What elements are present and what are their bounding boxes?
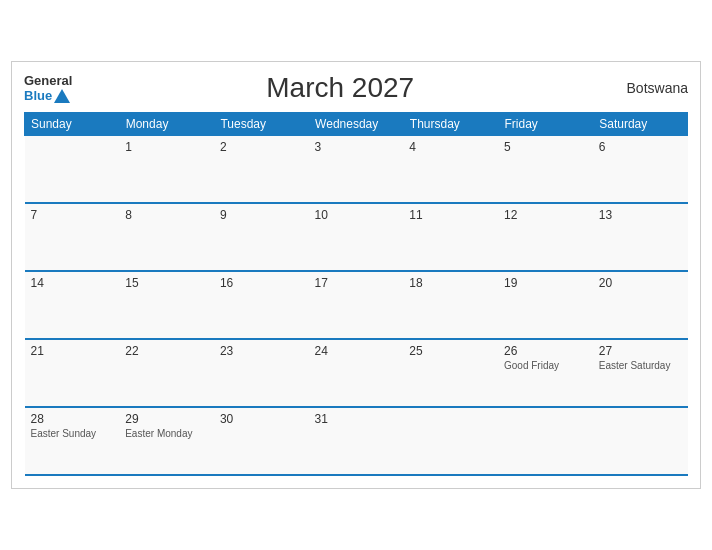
calendar-container: General Blue March 2027 Botswana Sunday … (11, 61, 701, 490)
calendar-cell: 19 (498, 271, 593, 339)
calendar-cell: 11 (403, 203, 498, 271)
day-number: 1 (125, 140, 208, 154)
calendar-header: General Blue March 2027 Botswana (24, 72, 688, 104)
calendar-cell: 18 (403, 271, 498, 339)
calendar-cell: 16 (214, 271, 309, 339)
logo-blue-text: Blue (24, 88, 70, 103)
calendar-cell: 27Easter Saturday (593, 339, 688, 407)
calendar-cell: 4 (403, 135, 498, 203)
calendar-cell (593, 407, 688, 475)
day-number: 24 (315, 344, 398, 358)
col-tuesday: Tuesday (214, 112, 309, 135)
calendar-cell: 2 (214, 135, 309, 203)
calendar-cell: 30 (214, 407, 309, 475)
day-number: 12 (504, 208, 587, 222)
calendar-header-row: Sunday Monday Tuesday Wednesday Thursday… (25, 112, 688, 135)
calendar-cell: 24 (309, 339, 404, 407)
day-number: 18 (409, 276, 492, 290)
calendar-cell: 9 (214, 203, 309, 271)
day-number: 2 (220, 140, 303, 154)
holiday-label: Easter Sunday (31, 428, 114, 439)
calendar-country: Botswana (608, 80, 688, 96)
day-number: 23 (220, 344, 303, 358)
calendar-cell: 3 (309, 135, 404, 203)
col-monday: Monday (119, 112, 214, 135)
day-number: 29 (125, 412, 208, 426)
day-number: 20 (599, 276, 682, 290)
col-sunday: Sunday (25, 112, 120, 135)
calendar-cell: 23 (214, 339, 309, 407)
logo: General Blue (24, 73, 72, 103)
calendar-cell: 22 (119, 339, 214, 407)
calendar-cell: 31 (309, 407, 404, 475)
day-number: 11 (409, 208, 492, 222)
calendar-cell: 21 (25, 339, 120, 407)
day-number: 5 (504, 140, 587, 154)
calendar-cell: 20 (593, 271, 688, 339)
calendar-cell: 12 (498, 203, 593, 271)
day-number: 13 (599, 208, 682, 222)
day-number: 30 (220, 412, 303, 426)
calendar-table: Sunday Monday Tuesday Wednesday Thursday… (24, 112, 688, 477)
holiday-label: Good Friday (504, 360, 587, 371)
calendar-cell: 25 (403, 339, 498, 407)
day-number: 10 (315, 208, 398, 222)
calendar-cell (403, 407, 498, 475)
calendar-week-row: 212223242526Good Friday27Easter Saturday (25, 339, 688, 407)
calendar-week-row: 78910111213 (25, 203, 688, 271)
day-number: 4 (409, 140, 492, 154)
holiday-label: Easter Saturday (599, 360, 682, 371)
col-friday: Friday (498, 112, 593, 135)
day-number: 7 (31, 208, 114, 222)
calendar-cell: 8 (119, 203, 214, 271)
calendar-week-row: 123456 (25, 135, 688, 203)
day-number: 26 (504, 344, 587, 358)
calendar-week-row: 14151617181920 (25, 271, 688, 339)
logo-general-text: General (24, 73, 72, 88)
calendar-cell: 28Easter Sunday (25, 407, 120, 475)
day-number: 14 (31, 276, 114, 290)
day-number: 22 (125, 344, 208, 358)
calendar-cell: 7 (25, 203, 120, 271)
col-thursday: Thursday (403, 112, 498, 135)
col-saturday: Saturday (593, 112, 688, 135)
day-number: 28 (31, 412, 114, 426)
day-number: 9 (220, 208, 303, 222)
calendar-cell: 26Good Friday (498, 339, 593, 407)
day-number: 8 (125, 208, 208, 222)
calendar-cell: 14 (25, 271, 120, 339)
calendar-cell: 1 (119, 135, 214, 203)
day-number: 16 (220, 276, 303, 290)
logo-triangle-icon (54, 89, 70, 103)
day-number: 3 (315, 140, 398, 154)
calendar-cell: 13 (593, 203, 688, 271)
calendar-title: March 2027 (72, 72, 608, 104)
calendar-cell: 29Easter Monday (119, 407, 214, 475)
calendar-week-row: 28Easter Sunday29Easter Monday3031 (25, 407, 688, 475)
calendar-cell: 6 (593, 135, 688, 203)
day-number: 17 (315, 276, 398, 290)
day-number: 15 (125, 276, 208, 290)
calendar-cell (498, 407, 593, 475)
calendar-cell: 10 (309, 203, 404, 271)
day-number: 27 (599, 344, 682, 358)
day-number: 19 (504, 276, 587, 290)
day-number: 31 (315, 412, 398, 426)
day-number: 6 (599, 140, 682, 154)
day-number: 21 (31, 344, 114, 358)
calendar-cell: 5 (498, 135, 593, 203)
col-wednesday: Wednesday (309, 112, 404, 135)
calendar-cell: 15 (119, 271, 214, 339)
calendar-cell (25, 135, 120, 203)
day-number: 25 (409, 344, 492, 358)
calendar-cell: 17 (309, 271, 404, 339)
holiday-label: Easter Monday (125, 428, 208, 439)
